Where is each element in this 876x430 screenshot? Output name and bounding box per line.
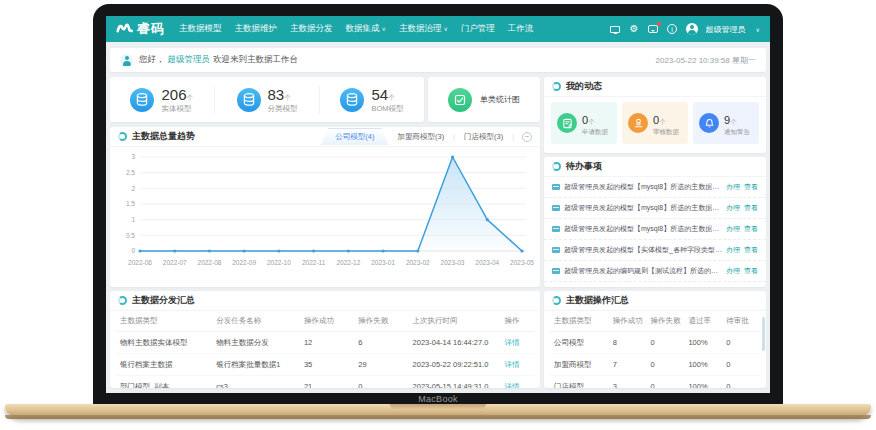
col-header: 主数据类型 (116, 311, 212, 332)
view-link[interactable]: 查看 (744, 182, 758, 192)
distribution-summary-panel: 主数据分发汇总 主数据类型 分发任务名称 操作成功 操作失败 上次执行时间 操作 (110, 291, 540, 388)
col-header: 分发任务名称 (212, 311, 300, 332)
database-icon (340, 88, 364, 112)
svg-text:0.5: 0.5 (126, 232, 135, 239)
greeting-bar: 您好，超级管理员欢迎来到主数据工作台 2023-05-22 10:39:58 星… (110, 48, 766, 72)
todo-item[interactable]: 超级管理员发起的模型【实体模型_各种字段类型及输入方式_副... 办理查看 (544, 240, 766, 261)
laptop-brand-label: MacBook (93, 394, 783, 404)
collapse-icon[interactable]: − (522, 132, 532, 142)
stat-label: BOM模型 (371, 104, 403, 114)
greeting-username: 超级管理员 (168, 54, 211, 64)
nav-item-master-maintain[interactable]: 主数据维护 (235, 23, 278, 35)
greeting-text: 您好，超级管理员欢迎来到主数据工作台 (139, 54, 298, 66)
detail-link[interactable]: 详情 (505, 382, 520, 389)
col-header: 操作失败 (647, 311, 685, 332)
operation-title: 主数据操作汇总 (566, 294, 629, 307)
stat-entity-model[interactable]: 206个实体模型 (110, 86, 214, 114)
view-link[interactable]: 查看 (744, 266, 758, 276)
svg-text:2023-01: 2023-01 (371, 259, 395, 266)
gear-icon[interactable]: ⚙ (629, 24, 640, 35)
todo-item[interactable]: 超级管理员发起的模型【mysql8】所选的主数据维护-失效工作... 办理查看 (544, 177, 766, 198)
table-row[interactable]: 部门模型_副本 cs3 21 0 2023-05-15 14:49:31.0 详… (116, 376, 534, 389)
screen: 睿码 主数据模型 主数据维护 主数据分发 数据集成∨ 主数据治理∨ 门户管理 工… (106, 16, 770, 393)
todo-item[interactable]: 超级管理员发起的编码规则【测试流程】所选的工作流【sz-编码... 办理查看 (544, 282, 766, 287)
section-icon (118, 296, 127, 305)
tab-store-model[interactable]: 门店模型(3) (455, 129, 512, 145)
detail-link[interactable]: 详情 (505, 338, 520, 347)
app-logo[interactable]: 睿码 (116, 20, 165, 38)
handle-link[interactable]: 办理 (726, 203, 740, 213)
table-row[interactable]: 公司模型 8 0 100% 0 (550, 332, 760, 354)
svg-text:0: 0 (131, 247, 135, 254)
svg-text:2022-08: 2022-08 (198, 259, 222, 266)
info-icon[interactable]: i (667, 24, 678, 35)
table-row[interactable]: 物料主数据实体模型 物料主数据分发 12 6 2023-04-14 16:44:… (116, 332, 534, 354)
section-icon (552, 82, 561, 91)
col-header: 待审批 (722, 311, 760, 332)
user-name[interactable]: 超级管理员 (706, 24, 746, 35)
nav-menu: 主数据模型 主数据维护 主数据分发 数据集成∨ 主数据治理∨ 门户管理 工作流 (179, 23, 533, 35)
svg-text:2022-07: 2022-07 (163, 259, 187, 266)
table-row[interactable]: 加盟商模型 7 0 100% 0 (550, 354, 760, 376)
handle-link[interactable]: 办理 (726, 266, 740, 276)
svg-text:1: 1 (131, 216, 135, 223)
nav-item-master-model[interactable]: 主数据模型 (179, 23, 222, 35)
svg-text:2: 2 (131, 185, 135, 192)
stat-category-model[interactable]: 83个分类模型 (214, 86, 319, 114)
greeting-avatar (120, 54, 133, 67)
table-row[interactable]: 门店模型 3 0 100% 0 (550, 376, 760, 389)
stat-value: 83 (268, 86, 285, 103)
operation-summary-panel: 主数据操作汇总 主数据类型 操作成功 操作失败 通过率 待审批 公司模型 (544, 291, 766, 388)
nav-item-master-distribute[interactable]: 主数据分发 (290, 23, 333, 35)
nav-item-data-integration[interactable]: 数据集成∨ (346, 23, 386, 35)
handle-link[interactable]: 办理 (726, 182, 740, 192)
message-icon[interactable] (648, 24, 659, 35)
view-link[interactable]: 查看 (744, 203, 758, 213)
section-icon (552, 162, 561, 171)
chevron-down-icon[interactable]: ∨ (756, 26, 760, 33)
activity-notify-warning[interactable]: 9个通知警告 (693, 102, 759, 144)
monitor-icon[interactable] (610, 24, 621, 35)
col-header: 上次执行时间 (409, 311, 501, 332)
todo-item[interactable]: 超级管理员发起的模型【mysql8】所选的主数据维护-冻结工作... 办理查看 (544, 219, 766, 240)
tab-franchisee-model[interactable]: 加盟商模型(3) (389, 129, 454, 145)
macbook-mockup: MacBook 睿码 主数据模型 主数据维护 主数据分发 数据集成∨ 主数据治理… (0, 0, 876, 430)
svg-text:2022-06: 2022-06 (128, 259, 152, 266)
document-pen-icon (557, 113, 577, 133)
nav-item-master-governance[interactable]: 主数据治理∨ (399, 23, 448, 35)
single-statistics-card[interactable]: 单类统计图 (428, 77, 540, 122)
svg-text:2.5: 2.5 (126, 169, 135, 176)
user-avatar[interactable] (686, 23, 698, 35)
stat-label: 分类模型 (268, 104, 298, 114)
col-header: 通过率 (684, 311, 722, 332)
activity-apply-data[interactable]: 0个申请数据 (551, 102, 617, 144)
task-icon (552, 247, 560, 253)
todo-item[interactable]: 超级管理员发起的编码规则【测试流程】所选的工作流【sz-编码... 办理查看 (544, 261, 766, 282)
svg-text:2022-09: 2022-09 (232, 259, 256, 266)
todo-item[interactable]: 超级管理员发起的模型【mysql8】所选的主数据维护-冻结工作... 办理查看 (544, 198, 766, 219)
table-scrollbar[interactable] (762, 317, 765, 351)
tab-company-model[interactable]: 公司模型(4) (321, 128, 388, 145)
trend-tabs: 公司模型(4) 加盟商模型(3) | 门店模型(3) | (321, 128, 514, 145)
handle-link[interactable]: 办理 (726, 224, 740, 234)
task-icon (552, 268, 560, 274)
svg-text:2023-04: 2023-04 (475, 259, 499, 266)
trend-chart-container: 00.511.522.532022-062022-072022-082022-0… (116, 149, 534, 281)
view-link[interactable]: 查看 (744, 224, 758, 234)
detail-link[interactable]: 详情 (505, 360, 520, 369)
nav-item-portal-manage[interactable]: 门户管理 (461, 23, 495, 35)
table-row[interactable]: 银行档案主数据 银行档案批量数据1 35 29 2023-05-22 09:22… (116, 354, 534, 376)
task-icon (552, 205, 560, 211)
nav-item-workflow[interactable]: 工作流 (508, 23, 534, 35)
view-link[interactable]: 查看 (744, 245, 758, 255)
database-icon (237, 88, 261, 112)
section-icon (552, 296, 561, 305)
handle-link[interactable]: 办理 (726, 245, 740, 255)
stat-bom-model[interactable]: 54个BOM模型 (319, 86, 424, 114)
top-navbar: 睿码 主数据模型 主数据维护 主数据分发 数据集成∨ 主数据治理∨ 门户管理 工… (106, 16, 770, 42)
distribution-table: 主数据类型 分发任务名称 操作成功 操作失败 上次执行时间 操作 物料主数据实体… (116, 311, 534, 388)
todo-title: 待办事项 (566, 160, 602, 173)
activity-audit-data[interactable]: 0个审核数据 (622, 102, 688, 144)
trend-panel: 主数据总量趋势 公司模型(4) 加盟商模型(3) | 门店模型(3) | − 0… (110, 127, 540, 287)
chart-document-icon (448, 88, 472, 112)
